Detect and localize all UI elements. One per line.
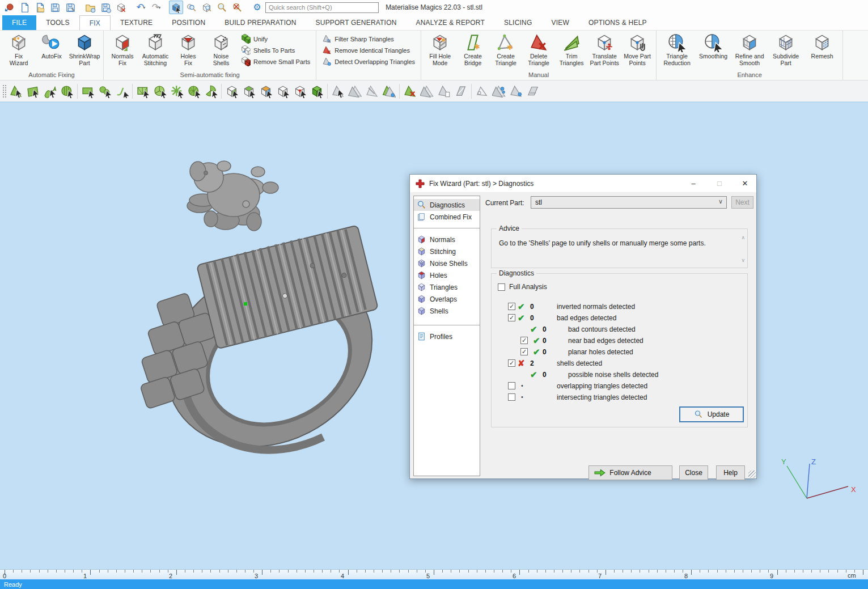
dialog-close-button[interactable]: ✕ (736, 177, 753, 189)
flip-triangle-tool-icon[interactable] (363, 83, 380, 100)
settings-gear-icon[interactable]: ⚙ (250, 1, 264, 14)
current-part-select[interactable]: stl ∨ (531, 196, 727, 209)
save-icon[interactable] (48, 1, 62, 14)
plane-section-tool-icon[interactable] (524, 83, 541, 100)
smooth-triangle-tool-icon[interactable] (380, 83, 397, 100)
quick-search-input[interactable] (265, 2, 379, 13)
follow-advice-button[interactable]: Follow Advice (588, 465, 672, 480)
remove-identical-triangles-button[interactable]: Remove Identical Triangles (322, 45, 415, 55)
noise-shells-button[interactable]: Noise Shells (205, 32, 238, 66)
unload-part-icon[interactable] (114, 1, 128, 14)
save-as-icon[interactable] (63, 1, 78, 14)
star-selection-icon[interactable] (168, 83, 185, 100)
open-file-icon[interactable] (33, 1, 47, 14)
page-diagnostics[interactable]: Diagnostics (414, 199, 480, 211)
select-cube-plain-icon[interactable] (274, 83, 291, 100)
viewport-3d[interactable]: Z Y X Fix Wizard (Part: stl) > Diagnosti… (0, 103, 868, 569)
page-noise-shells[interactable]: Noise Shells (414, 257, 480, 269)
page-profiles[interactable]: Profiles (414, 330, 480, 342)
load-project-icon[interactable] (83, 1, 98, 14)
quarter-selection-icon[interactable] (202, 83, 219, 100)
select-volume-icon[interactable] (308, 83, 325, 100)
holes-fix-button[interactable]: Holes Fix (172, 32, 205, 66)
move-part-points-button[interactable]: Move Part Points (621, 32, 654, 66)
scroll-down-icon[interactable]: ∨ (741, 257, 745, 263)
row-checkbox[interactable]: ✓ (520, 337, 528, 344)
page-stitching[interactable]: Stitching (414, 245, 480, 257)
translate-part-points-button[interactable]: Translate Part Points (588, 32, 621, 66)
automatic-stitching-button[interactable]: Automatic Stitching (139, 32, 172, 66)
help-button[interactable]: Help (716, 465, 745, 480)
page-combined-fix[interactable]: Combined Fix (414, 211, 480, 223)
gray-double-triangle-icon[interactable] (418, 83, 435, 100)
select-cube-colored-icon[interactable] (257, 83, 274, 100)
dialog-minimize-button[interactable]: – (685, 177, 702, 189)
tab-position[interactable]: POSITION (162, 15, 215, 30)
sheet-tool-icon[interactable] (452, 83, 469, 100)
stitch-water-tool-icon[interactable] (490, 83, 507, 100)
select-inner-shell-icon[interactable] (291, 83, 308, 100)
hole-outline-tool-icon[interactable] (473, 83, 490, 100)
gray-triangle-stack-icon[interactable] (346, 83, 363, 100)
fill-hole-mode-button[interactable]: ✱ Fill Hole Mode (424, 32, 456, 66)
remove-small-parts-button[interactable]: Remove Small Parts (241, 57, 310, 66)
tab-fix[interactable]: FIX (79, 15, 111, 30)
tab-build-preparation[interactable]: BUILD PREPARATION (215, 15, 306, 30)
select-cube-back-icon[interactable] (240, 83, 257, 100)
update-button[interactable]: Update (680, 407, 743, 422)
tab-tools[interactable]: TOOLS (36, 15, 79, 30)
autofix-button[interactable]: AutoFix (35, 32, 68, 60)
zoom-object-icon[interactable] (200, 1, 214, 14)
page-triangles[interactable]: Triangles (414, 281, 480, 293)
page-overlaps[interactable]: Overlaps (414, 293, 480, 305)
tab-analyze-report[interactable]: ANALYZE & REPORT (407, 15, 494, 30)
close-button[interactable]: Close (679, 465, 708, 480)
page-holes[interactable]: Holes (414, 269, 480, 281)
tab-options-help[interactable]: OPTIONS & HELP (579, 15, 657, 30)
tab-support-generation[interactable]: SUPPORT GENERATION (306, 15, 407, 30)
smoothing-button[interactable]: Smoothing (695, 32, 731, 60)
next-button[interactable]: Next (731, 196, 753, 209)
delete-marked-triangles-icon[interactable] (401, 83, 418, 100)
unzoom-icon[interactable] (230, 1, 244, 14)
toolbar-drag-handle[interactable] (2, 84, 6, 98)
triangle-water-tool-icon[interactable] (507, 83, 524, 100)
mark-triangle-icon[interactable] (7, 83, 24, 100)
save-project-icon[interactable] (99, 1, 113, 14)
select-cube-front-icon[interactable] (223, 83, 240, 100)
page-normals[interactable]: Normals (414, 234, 480, 245)
brush-pie-selection-icon[interactable] (151, 83, 168, 100)
view-cube-icon[interactable] (169, 1, 183, 14)
gray-triangle-tool-icon[interactable] (329, 83, 346, 100)
full-analysis-checkbox[interactable] (498, 283, 505, 291)
fix-wizard-button[interactable]: ✱✱ Fix Wizard (2, 32, 35, 66)
undo-icon[interactable]: ↶▾ (134, 1, 148, 14)
scroll-up-icon[interactable]: ∧ (741, 235, 745, 240)
mark-surface-icon[interactable] (41, 83, 58, 100)
filter-sharp-triangles-button[interactable]: Filter Sharp Triangles (322, 34, 415, 44)
remesh-button[interactable]: Remesh (804, 32, 840, 60)
create-triangle-button[interactable]: ✱ Create Triangle (489, 32, 522, 66)
delete-triangle-button[interactable]: Delete Triangle (522, 32, 555, 66)
rectangle-selection-icon[interactable] (79, 83, 96, 100)
redo-icon[interactable]: ↷▾ (149, 1, 163, 14)
row-checkbox[interactable]: ✓ (508, 303, 515, 310)
dialog-resize-grip[interactable] (748, 471, 756, 478)
circle-sector-selection-icon[interactable] (185, 83, 202, 100)
refine-and-smooth-button[interactable]: Refine and Smooth (731, 32, 768, 66)
tab-file[interactable]: FILE (2, 15, 36, 30)
triangle-reduction-button[interactable]: Triangle Reduction (659, 32, 695, 66)
zoom-in-icon[interactable] (215, 1, 229, 14)
create-bridge-button[interactable]: ✱ Create Bridge (456, 32, 489, 66)
shells-to-parts-button[interactable]: Shells To Parts (241, 45, 310, 55)
new-document-icon[interactable] (18, 1, 32, 14)
shrinkwrap-part-button[interactable]: ShrinkWrap Part (68, 32, 101, 66)
magnify-part-icon[interactable] (184, 1, 198, 14)
dialog-title-bar[interactable]: Fix Wizard (Part: stl) > Diagnostics – □… (410, 175, 756, 192)
import-part-icon[interactable] (2, 1, 16, 14)
detect-overlapping-triangles-button[interactable]: Detect Overlapping Triangles (322, 57, 415, 66)
subdivide-part-button[interactable]: Subdivide Part (768, 32, 804, 66)
tab-view[interactable]: VIEW (541, 15, 578, 30)
unify-button[interactable]: Unify (241, 34, 310, 44)
trim-triangles-button[interactable]: Trim Triangles (555, 32, 588, 66)
